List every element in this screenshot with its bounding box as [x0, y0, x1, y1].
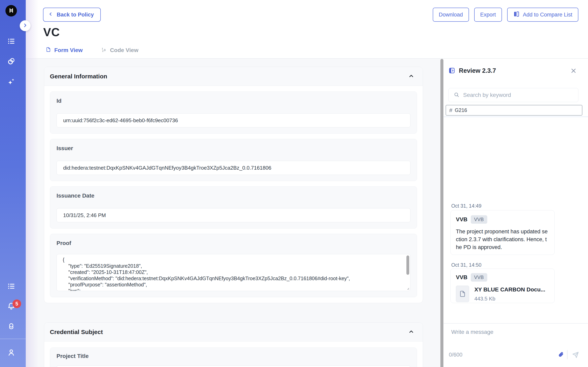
sidebar-divider	[0, 339, 26, 339]
tab-form-view[interactable]: Form View	[46, 47, 83, 54]
field-label: Issuance Date	[57, 192, 410, 199]
tab-form-view-label: Form View	[54, 47, 83, 53]
file-attachment[interactable]: XY BLUE CARBON Docu... 443.5 Kb	[456, 286, 549, 302]
download-label: Download	[439, 12, 463, 18]
send-message-button[interactable]	[571, 351, 579, 359]
chevron-left-icon	[48, 12, 53, 18]
message-author: VVB	[456, 216, 468, 223]
message-text: The project proponent has updated sectio…	[456, 228, 549, 251]
tag-value: G216	[455, 107, 467, 113]
field-label: Project Title	[57, 353, 410, 359]
coins-icon	[7, 322, 16, 332]
id-field[interactable]: urn:uuid:756f2c3c-ed62-4695-beb0-f6fc9ec…	[57, 113, 410, 127]
project-title-field[interactable]	[57, 365, 410, 367]
add-to-compare-button[interactable]: Add to Compare List	[507, 8, 578, 22]
attach-file-button[interactable]	[557, 350, 565, 359]
review-search-input[interactable]: Search by keyword	[448, 88, 578, 102]
header-actions: Download Export Add to Compare List	[433, 8, 578, 22]
credential-subject-card: Credential Subject Project Title	[44, 322, 423, 367]
export-label: Export	[480, 12, 496, 18]
credential-subject-body: Project Title	[44, 342, 423, 367]
composer-separator	[567, 350, 568, 359]
user-icon	[7, 348, 16, 358]
general-information-card: General Information Id urn:uuid:756f2c3c…	[44, 67, 423, 303]
close-icon[interactable]	[570, 67, 577, 74]
rings-icon	[7, 57, 16, 67]
form-view-content: General Information Id urn:uuid:756f2c3c…	[26, 59, 440, 367]
compare-label: Add to Compare List	[523, 12, 572, 18]
proof-scrollbar-thumb[interactable]	[406, 255, 409, 275]
hedera-h-icon	[8, 7, 15, 15]
role-badge: VVB	[471, 215, 487, 224]
field-label: Proof	[57, 240, 410, 246]
document-icon	[46, 47, 51, 54]
app-window: 5	[0, 0, 588, 367]
message-card: VVB VVB XY BLUE CARBON Docu... 443.5 Kb	[451, 268, 555, 303]
general-information-body: Id urn:uuid:756f2c3c-ed62-4695-beb0-f6fc…	[44, 86, 423, 303]
numbers-123-icon: 1 2 3	[101, 47, 107, 54]
sidebar-item-profile[interactable]	[6, 348, 16, 358]
export-button[interactable]: Export	[474, 8, 502, 22]
file-icon	[456, 286, 469, 302]
composer-divider	[444, 323, 588, 324]
svg-text:3: 3	[104, 48, 106, 52]
svg-text:1: 1	[102, 47, 103, 50]
message-header: VVB VVB	[456, 215, 549, 224]
field-label: Issuer	[57, 145, 410, 151]
role-badge: VVB	[471, 273, 487, 282]
file-name: XY BLUE CARBON Docu...	[474, 286, 545, 293]
section-title: General Information	[50, 73, 107, 80]
message-header: VVB VVB	[456, 273, 549, 282]
sidebar-item-ai[interactable]	[6, 77, 16, 87]
back-to-policy-button[interactable]: Back to Policy	[43, 8, 101, 22]
textarea-resize-grip[interactable]	[406, 287, 410, 290]
message-input[interactable]: Write a message	[451, 329, 494, 335]
main-scrollbar[interactable]	[440, 59, 443, 367]
sidebar-item-logs[interactable]	[6, 282, 16, 292]
field-group-issuance-date: Issuance Date 10/31/25, 2:46 PM	[50, 186, 417, 228]
chevron-up-icon[interactable]	[408, 73, 414, 80]
review-divider	[444, 117, 588, 117]
search-icon	[453, 92, 460, 99]
hedera-logo[interactable]	[5, 5, 17, 17]
file-info: XY BLUE CARBON Docu... 443.5 Kb	[474, 286, 545, 302]
review-panel: Review 2.3.7 Search by keyword # G216 Oc…	[444, 59, 588, 367]
field-group-proof: Proof { "type": "Ed25519Signature2018", …	[50, 234, 417, 297]
proof-textarea[interactable]: { "type": "Ed25519Signature2018", "creat…	[57, 254, 410, 291]
character-counter: 0/600	[449, 352, 462, 358]
review-tag-filter[interactable]: # G216	[446, 105, 582, 116]
chevron-up-icon[interactable]	[408, 329, 414, 335]
message-timestamp: Oct 31, 14:49	[451, 203, 481, 209]
review-panel-title: Review 2.3.7	[459, 67, 496, 74]
chevron-right-icon	[23, 23, 28, 29]
tab-code-view-label: Code View	[110, 47, 138, 53]
proof-json: { "type": "Ed25519Signature2018", "creat…	[57, 254, 410, 291]
list-icon	[7, 282, 16, 292]
back-button-label: Back to Policy	[57, 12, 94, 18]
field-group-issuer: Issuer did:hedera:testnet:DqxKpSNKv4GAJd…	[50, 139, 417, 181]
compare-icon	[513, 11, 520, 19]
sparkles-icon	[7, 77, 16, 87]
notification-badge: 5	[12, 300, 21, 308]
sidebar-expand-button[interactable]	[20, 20, 31, 31]
credential-subject-header[interactable]: Credential Subject	[44, 323, 423, 342]
issuance-date-field[interactable]: 10/31/25, 2:46 PM	[57, 208, 410, 222]
download-button[interactable]: Download	[433, 8, 469, 22]
page-header: Back to Policy Download Export Add to Co…	[26, 0, 588, 59]
file-size: 443.5 Kb	[474, 296, 545, 302]
section-title: Credential Subject	[50, 329, 103, 335]
view-tabs: Form View 1 2 3 Code View	[46, 46, 138, 55]
general-information-header[interactable]: General Information	[44, 67, 423, 86]
svg-text:2: 2	[102, 50, 103, 52]
list-icon	[7, 37, 16, 46]
message-card: VVB VVB The project proponent has update…	[451, 210, 555, 255]
panel-icon	[448, 67, 455, 74]
tab-code-view[interactable]: 1 2 3 Code View	[101, 47, 138, 54]
sidebar-item-policies[interactable]	[6, 37, 16, 46]
issuer-field[interactable]: did:hedera:testnet:DqxKpSNKv4GAJdGTqnNEf…	[57, 161, 410, 175]
sidebar: 5	[0, 0, 26, 367]
field-group-project-title: Project Title	[50, 348, 417, 367]
sidebar-item-tokens-balance[interactable]	[6, 322, 16, 332]
sidebar-item-tokens[interactable]	[6, 57, 16, 67]
hash-icon: #	[449, 107, 452, 114]
